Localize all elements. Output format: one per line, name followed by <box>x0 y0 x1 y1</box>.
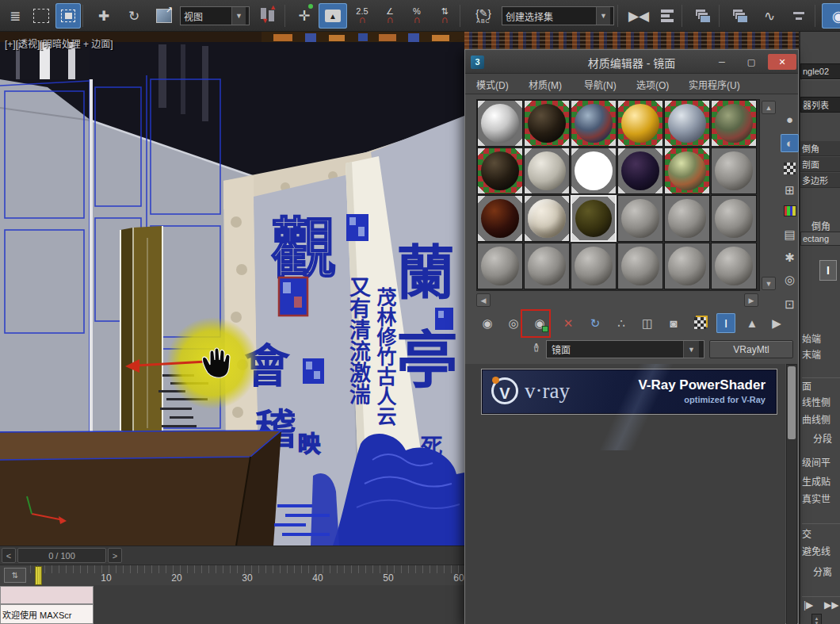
reset-map-icon[interactable]: ✕ <box>559 313 578 333</box>
sample-uv-tiling-icon[interactable]: ⊞ <box>781 181 799 199</box>
selection-set-dropdown[interactable]: 创建选择集▼ <box>502 6 614 25</box>
scale-icon[interactable]: ↗ <box>150 3 178 29</box>
next-frame-button[interactable]: > <box>108 548 122 563</box>
viewport-label[interactable]: [+][透视][明暗处理 + 边面] <box>5 36 113 50</box>
spinner-snap-icon[interactable]: ⇅∩ <box>431 3 458 29</box>
material-editor-titlebar[interactable]: 3 材质编辑器 - 镜面 ─ ▢ ✕ <box>465 50 798 74</box>
material-sample-slot[interactable] <box>711 100 757 147</box>
close-button[interactable]: ✕ <box>768 54 796 70</box>
rotate-icon[interactable]: ↻ <box>120 3 148 29</box>
viewport-canvas[interactable]: 觀 蘭 亭 會 稽 映 又有清流激湍 茂林修竹古人云 死生亦大 <box>0 32 464 546</box>
material-name-dropdown[interactable]: 镜面▼ <box>546 340 704 358</box>
named-selection-sets-icon[interactable]: {✎}ABC <box>467 3 500 29</box>
schematic-view-icon[interactable] <box>785 3 813 29</box>
play-animation-icon[interactable]: |▶ <box>804 599 813 611</box>
frame-display[interactable]: 0 / 100 <box>17 548 106 563</box>
show-map-in-viewport-icon[interactable] <box>690 313 709 333</box>
make-preview-icon[interactable]: ▤ <box>781 225 799 243</box>
panel-fragment-6[interactable]: ectang <box>800 232 840 246</box>
put-to-library-icon[interactable]: ◫ <box>638 313 657 333</box>
material-sample-slot[interactable] <box>524 243 570 289</box>
material-sample-slot[interactable] <box>477 147 523 194</box>
material-id-channel-icon[interactable]: ◙ <box>664 313 683 333</box>
panel-fragment-0[interactable]: ngle02 <box>800 63 840 79</box>
material-sample-slot[interactable] <box>664 195 710 242</box>
material-sample-slot[interactable] <box>477 100 523 147</box>
track-bar-range-icon[interactable]: ⇅ <box>4 568 26 583</box>
material-sample-slot[interactable] <box>571 243 617 289</box>
palette-scroll-right[interactable]: ▶ <box>744 293 758 307</box>
material-sample-slot[interactable] <box>664 100 710 147</box>
previous-frame-button[interactable]: < <box>2 548 16 563</box>
get-material-icon[interactable]: ◉ <box>478 313 497 333</box>
menu-item-1[interactable]: 材质(M) <box>529 78 562 91</box>
snap-25d-icon[interactable]: 2.5∩ <box>349 3 376 29</box>
material-sample-slot[interactable] <box>711 147 757 194</box>
snap-pointer-icon[interactable]: ✛ <box>292 3 317 29</box>
material-sample-slot[interactable] <box>571 147 617 194</box>
panel-fragment-2[interactable]: 倒角 <box>800 141 840 156</box>
menu-item-2[interactable]: 导航(N) <box>584 78 617 91</box>
material-type-button[interactable]: VRayMtl <box>709 340 793 358</box>
maxscript-listener-input[interactable] <box>0 586 94 604</box>
palette-scroll-up[interactable]: ▲ <box>762 101 776 114</box>
backlight-icon[interactable]: ◐ <box>781 134 799 152</box>
render-presets-icon[interactable] <box>726 3 754 29</box>
minimize-button[interactable]: ─ <box>711 54 733 70</box>
select-by-material-icon[interactable]: ◎ <box>781 270 799 289</box>
material-sample-slot[interactable] <box>477 195 523 242</box>
material-sample-slot[interactable] <box>617 243 663 289</box>
percent-snap-icon[interactable]: %∩ <box>404 3 430 29</box>
make-unique-icon[interactable]: ∴ <box>612 313 631 333</box>
go-to-parent-icon[interactable]: ▲ <box>743 313 762 333</box>
pick-material-eyedropper-icon[interactable]: ✑ <box>529 343 544 353</box>
put-material-to-scene-icon[interactable]: ◎ <box>504 313 523 333</box>
material-sample-slot[interactable] <box>571 100 617 147</box>
panel-fragment-1[interactable]: 器列表 <box>800 97 840 113</box>
background-icon[interactable] <box>781 159 799 178</box>
material-sample-slot[interactable] <box>664 147 710 194</box>
move-icon[interactable]: ✚ <box>90 3 118 29</box>
view-reference-dropdown[interactable]: 视图▼ <box>180 6 250 25</box>
material-sample-slot[interactable] <box>617 100 663 147</box>
material-sample-slot[interactable] <box>571 195 617 242</box>
material-sample-slot[interactable] <box>711 195 757 242</box>
material-sample-slot[interactable] <box>524 147 570 194</box>
snap-toggle-button[interactable]: ▲ <box>319 3 347 29</box>
material-map-navigator-icon[interactable]: ⊡ <box>781 295 799 313</box>
material-sample-slot[interactable] <box>664 243 710 289</box>
panel-fragment-4[interactable]: 多边形 <box>800 173 840 188</box>
selection-list-icon[interactable]: ≣ <box>3 3 27 29</box>
pivot-center-icon[interactable]: ▼▲ <box>253 3 283 29</box>
frame-spinner[interactable]: ▲▼ <box>811 614 822 624</box>
align-icon[interactable] <box>655 3 680 29</box>
material-sample-slot[interactable] <box>711 243 757 289</box>
show-end-result-icon[interactable]: I <box>716 313 735 333</box>
marquee-region-icon[interactable] <box>29 3 54 29</box>
modifier-stack-button[interactable]: I <box>819 260 837 281</box>
maxscript-listener-output[interactable]: 欢迎使用 MAXScr <box>0 604 94 624</box>
curve-editor-icon[interactable]: ∿ <box>756 3 783 29</box>
mirror-icon[interactable]: ▶◀ <box>624 3 653 29</box>
make-material-copy-icon[interactable]: ↻ <box>586 313 605 333</box>
material-sample-slot[interactable] <box>477 243 523 289</box>
video-color-check-icon[interactable] <box>781 201 799 220</box>
material-sample-slot[interactable] <box>524 195 570 242</box>
assign-material-to-selection-icon[interactable]: ◉ <box>530 313 549 333</box>
sample-type-icon[interactable]: ● <box>781 110 799 128</box>
maximize-button[interactable]: ▢ <box>741 54 762 70</box>
options-icon[interactable]: ✱ <box>781 248 799 266</box>
angle-snap-icon[interactable]: ∠∩ <box>377 3 403 29</box>
go-forward-sibling-icon[interactable]: ▶ <box>767 313 786 333</box>
rollout-scrollbar[interactable] <box>786 364 797 624</box>
material-sample-slot[interactable] <box>524 100 570 147</box>
scrollbar-thumb[interactable] <box>788 366 796 439</box>
menu-item-0[interactable]: 模式(D) <box>476 78 509 91</box>
time-slider-handle[interactable] <box>35 566 42 585</box>
window-crossing-toggle[interactable] <box>55 3 81 29</box>
next-frame-icon[interactable]: ▶▶ <box>824 599 838 611</box>
panel-fragment-3[interactable]: 剖面 <box>800 157 840 172</box>
timeline-ruler[interactable]: 102030405060 <box>30 565 464 586</box>
palette-scroll-down[interactable]: ▼ <box>762 277 776 290</box>
palette-scroll-left[interactable]: ◀ <box>476 293 491 307</box>
